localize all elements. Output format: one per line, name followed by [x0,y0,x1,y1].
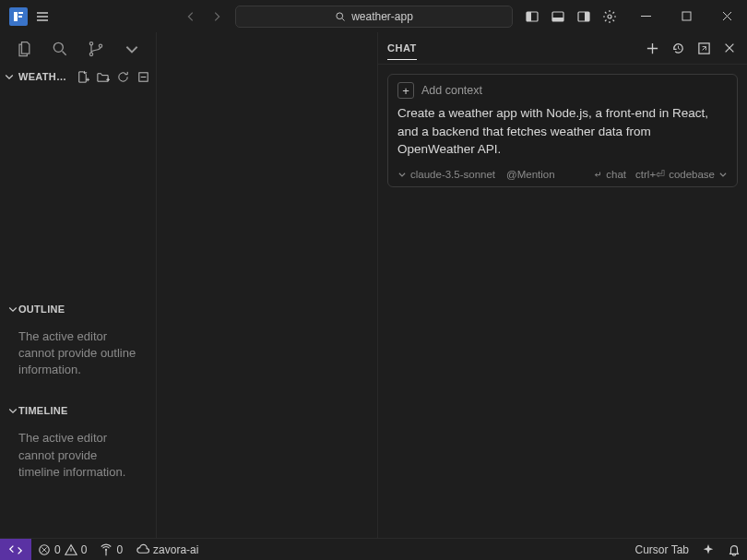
svg-point-3 [337,12,343,18]
mention-hint[interactable]: @Mention [506,169,555,180]
svg-point-15 [99,44,101,47]
window-controls [625,0,747,32]
dock-button[interactable] [695,40,712,56]
bell-icon [728,543,741,556]
app-menu [0,7,51,26]
new-file-button[interactable] [73,67,91,86]
chevron-down-icon [718,170,728,179]
titlebar: weather-app [0,0,747,32]
timeline-section: TIMELINE The active editor cannot provid… [0,399,156,501]
collapse-button[interactable] [134,67,152,86]
svg-point-13 [89,42,92,44]
minimize-icon [641,11,651,21]
timeline-message: The active editor cannot provide timelin… [4,423,152,501]
remote-icon [9,543,22,556]
svg-point-14 [89,53,92,55]
cursor-tab-button[interactable]: Cursor Tab [629,539,695,561]
chevron-down-icon [124,41,140,57]
close-chat-button[interactable] [721,40,738,56]
warning-icon [65,543,77,556]
chat-prompt-input[interactable]: Create a weather app with Node.js, a fro… [397,104,728,159]
add-context-button[interactable]: + [397,82,414,99]
ports-button[interactable]: 0 [93,539,129,561]
svg-rect-1 [18,12,23,14]
cloud-label: zavora-ai [153,543,198,556]
notifications-button[interactable] [721,539,747,561]
settings-button[interactable] [598,5,622,29]
svg-rect-9 [585,12,589,21]
sparkle-button[interactable] [695,539,721,561]
error-icon [38,543,51,556]
nav-back-button[interactable] [180,6,202,28]
svg-point-12 [53,42,63,52]
panel-bottom-icon [551,9,565,24]
panel-right-icon [576,9,591,24]
model-picker[interactable]: claude-3.5-sonnet [397,169,495,180]
svg-rect-0 [14,12,18,21]
files-icon [15,40,33,58]
close-icon [723,42,736,54]
problems-button[interactable]: 0 0 [31,539,93,561]
status-right: Cursor Tab [629,539,747,561]
add-context-label[interactable]: Add context [421,84,482,97]
history-button[interactable] [670,40,686,56]
sidebar: WEATH… OUTLINE The active editor cannot … [0,32,157,538]
chevron-down-icon [7,405,18,416]
branch-icon [87,40,105,58]
source-control-tab[interactable] [83,36,109,62]
arrow-right-icon [210,10,223,23]
explorer-header[interactable]: WEATH… [0,65,156,89]
close-button[interactable] [706,0,747,32]
outline-section: OUTLINE The active editor cannot provide… [0,297,156,399]
toggle-panel-button[interactable] [546,5,570,29]
svg-point-19 [105,548,107,550]
refresh-button[interactable] [113,67,132,86]
chat-input-footer: claude-3.5-sonnet @Mention chat ctrl+⏎ c… [397,168,728,181]
collapse-icon [136,70,150,84]
history-icon [671,42,685,55]
minimize-button[interactable] [625,0,666,32]
editor-area [157,32,378,538]
new-folder-button[interactable] [93,67,112,86]
svg-rect-7 [552,18,563,21]
search-tab[interactable] [47,36,73,62]
chat-submit-button[interactable]: chat [593,169,626,180]
remote-button[interactable] [0,539,31,561]
svg-point-10 [608,15,611,18]
shortcut-label: ctrl+⏎ [635,168,665,181]
enter-icon [593,170,602,179]
chevron-down-icon [7,304,18,315]
toggle-sidebar-button[interactable] [520,5,544,29]
timeline-header[interactable]: TIMELINE [4,399,152,423]
maximize-icon [682,11,692,21]
explorer-title: WEATH… [18,71,73,82]
app-body: WEATH… OUTLINE The active editor cannot … [0,32,747,538]
nav-group [180,6,228,28]
explorer-body [0,89,156,297]
panel-left-icon [525,9,540,24]
gear-icon [602,9,617,24]
outline-message: The active editor cannot provide outline… [4,321,152,399]
new-chat-button[interactable] [644,40,660,56]
svg-rect-5 [527,12,531,21]
context-row: + Add context [397,82,728,99]
chat-header-actions [644,40,738,56]
outline-header[interactable]: OUTLINE [4,297,152,321]
command-center[interactable]: weather-app [235,6,513,28]
statusbar: 0 0 0 zavora-ai Cursor Tab [0,538,747,560]
toggle-secondary-button[interactable] [572,5,596,29]
outline-title: OUTLINE [18,304,65,315]
cloud-icon [136,542,149,556]
maximize-button[interactable] [666,0,706,32]
codebase-scope[interactable]: ctrl+⏎ codebase [635,168,728,181]
sidebar-more[interactable] [119,36,145,62]
refresh-icon [116,70,130,84]
app-logo [9,7,28,26]
sparkle-icon [702,543,715,556]
explorer-tab[interactable] [11,36,37,62]
hamburger-icon[interactable] [35,9,50,24]
nav-forward-button[interactable] [206,6,228,28]
cloud-env-button[interactable]: zavora-ai [129,539,205,561]
chat-tab-label[interactable]: CHAT [387,42,417,60]
explorer-actions [73,67,152,86]
